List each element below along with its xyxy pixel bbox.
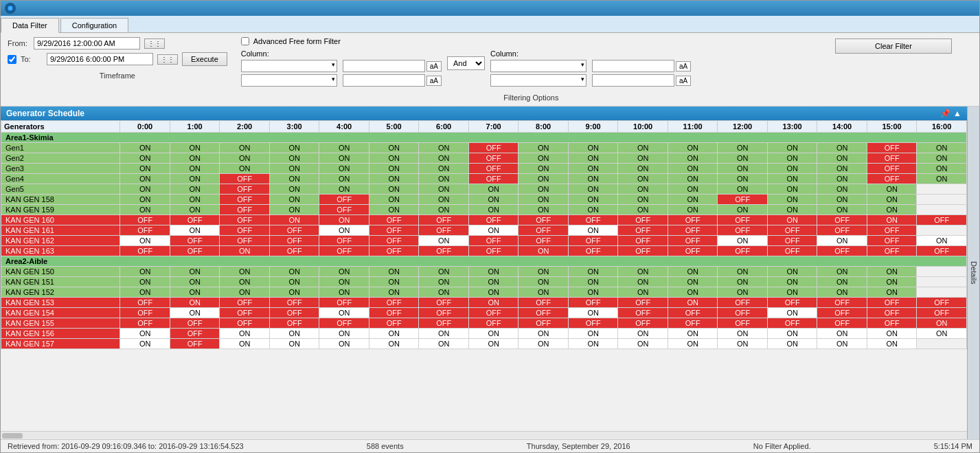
data-cell: ON	[519, 339, 569, 349]
data-cell: ON	[269, 153, 319, 164]
time-header-12:00: 12:00	[718, 121, 768, 133]
table-row: KAN GEN 154OFFONOFFOFFONOFFOFFOFFOFFONOF…	[1, 308, 967, 318]
row-name: KAN GEN 151	[1, 277, 120, 287]
data-cell: ON	[817, 287, 867, 298]
aa-button-1[interactable]: aA	[426, 61, 442, 71]
app-icon	[5, 3, 16, 14]
data-cell: OFF	[369, 246, 419, 256]
data-cell	[917, 339, 967, 349]
data-cell: ON	[220, 246, 270, 256]
data-cell: ON	[568, 339, 618, 349]
column-select-2b[interactable]	[490, 74, 586, 87]
data-cell: ON	[568, 225, 618, 236]
data-cell: ON	[269, 174, 319, 184]
data-cell: ON	[867, 287, 917, 298]
row-name: KAN GEN 163	[1, 246, 120, 256]
clear-filter-button[interactable]: Clear Filter	[835, 38, 952, 54]
data-cell: ON	[817, 277, 867, 287]
data-cell: ON	[718, 174, 768, 184]
data-cell	[917, 195, 967, 205]
time-header-3:00: 3:00	[269, 121, 319, 133]
data-cell: ON	[568, 287, 618, 298]
data-cell	[917, 184, 967, 195]
time-header-9:00: 9:00	[568, 121, 618, 133]
data-cell: ON	[867, 215, 917, 225]
data-cell: OFF	[220, 184, 270, 195]
table-row: Area1-Skimia	[1, 133, 967, 143]
pin-icon[interactable]: 📌	[940, 109, 950, 118]
data-cell: ON	[319, 164, 369, 174]
data-cell: ON	[468, 287, 519, 298]
data-cell: OFF	[468, 246, 519, 256]
data-cell: OFF	[468, 153, 519, 164]
data-cell: OFF	[618, 318, 668, 329]
data-cell: ON	[170, 184, 220, 195]
aa-button-2[interactable]: aA	[676, 61, 691, 71]
column-select-1[interactable]	[241, 60, 337, 72]
data-cell: ON	[468, 195, 519, 205]
table-row: KAN GEN 150ONONONONONONONONONONONONONONO…	[1, 267, 967, 277]
row-name: KAN GEN 160	[1, 215, 120, 225]
data-cell: OFF	[519, 236, 569, 246]
to-datetime-input[interactable]	[47, 53, 153, 65]
aa-button-1b[interactable]: aA	[426, 76, 442, 86]
to-calendar-button[interactable]: ⋮⋮	[157, 54, 178, 65]
execute-button[interactable]: Execute	[182, 52, 227, 66]
data-cell: ON	[419, 339, 469, 349]
data-cell: OFF	[618, 246, 668, 256]
data-cell: ON	[319, 153, 369, 164]
data-cell: OFF	[668, 225, 718, 236]
svg-point-0	[8, 5, 13, 11]
data-cell: ON	[668, 298, 718, 308]
time-header-4:00: 4:00	[319, 121, 369, 133]
filter-input-1b[interactable]	[343, 74, 425, 87]
data-cell: OFF	[319, 246, 369, 256]
column-select-2[interactable]	[490, 60, 586, 72]
data-cell: OFF	[468, 236, 519, 246]
table-row: KAN GEN 156ONOFFONONONONONONONONONONONON…	[1, 329, 967, 339]
advanced-filter-checkbox[interactable]	[241, 37, 249, 45]
data-cell: OFF	[767, 236, 817, 246]
data-cell: ON	[419, 205, 469, 215]
data-cell: ON	[817, 236, 867, 246]
data-cell: ON	[319, 267, 369, 277]
data-cell: ON	[419, 164, 469, 174]
filter-input-1[interactable]	[343, 60, 425, 72]
data-cell: OFF	[319, 195, 369, 205]
horizontal-scrollbar[interactable]	[1, 431, 967, 439]
column-select-1b[interactable]	[241, 74, 337, 87]
data-cell: ON	[817, 329, 867, 339]
panel-icons: 📌 ▲	[940, 109, 961, 118]
to-checkbox[interactable]	[8, 55, 16, 64]
data-cell: OFF	[269, 225, 319, 236]
aa-button-2b[interactable]: aA	[676, 76, 691, 86]
maximize-icon[interactable]: ▲	[953, 109, 961, 118]
data-cell: ON	[618, 164, 668, 174]
table-wrapper: Generators0:001:002:003:004:005:006:007:…	[1, 120, 967, 431]
column-label-2: Column:	[490, 49, 586, 58]
filter-input-2[interactable]	[592, 60, 674, 72]
data-cell: OFF	[369, 225, 419, 236]
details-sidebar[interactable]: Details	[967, 107, 979, 439]
data-cell: ON	[867, 195, 917, 205]
filter-input-2b[interactable]	[592, 74, 674, 87]
tab-configuration[interactable]: Configuration	[60, 18, 128, 32]
data-cell: ON	[519, 164, 569, 174]
data-cell: OFF	[468, 215, 519, 225]
data-cell: ON	[220, 267, 270, 277]
data-cell: ON	[170, 164, 220, 174]
data-cell: OFF	[867, 153, 917, 164]
from-datetime-input[interactable]	[34, 37, 140, 49]
data-cell: ON	[867, 329, 917, 339]
tab-data-filter[interactable]: Data Filter	[1, 18, 59, 33]
main-area: Generator Schedule 📌 ▲ Generators0:001:0…	[1, 107, 979, 439]
data-cell: OFF	[220, 236, 270, 246]
from-calendar-button[interactable]: ⋮⋮	[144, 38, 165, 49]
data-cell	[917, 287, 967, 298]
and-select[interactable]: AndOr	[447, 56, 485, 70]
data-cell: ON	[419, 153, 469, 164]
time-header-10:00: 10:00	[618, 121, 668, 133]
data-cell: ON	[568, 195, 618, 205]
data-cell: ON	[170, 143, 220, 153]
data-cell: OFF	[170, 246, 220, 256]
